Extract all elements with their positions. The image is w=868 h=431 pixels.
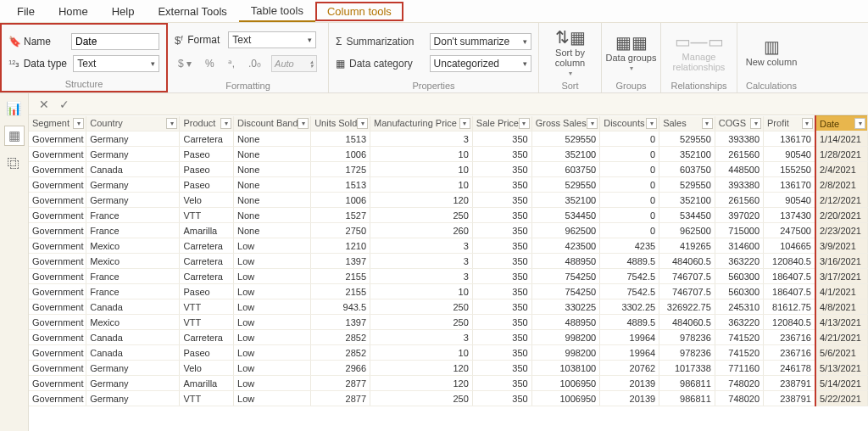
cell[interactable]: 1/28/2021 <box>815 147 868 162</box>
cell[interactable]: 136170 <box>764 132 815 147</box>
cell[interactable]: VTT <box>180 391 234 406</box>
cell[interactable]: 1397 <box>311 254 370 269</box>
cell[interactable]: 350 <box>472 269 531 284</box>
cell[interactable]: 352100 <box>659 193 715 208</box>
cell[interactable]: 352100 <box>531 193 600 208</box>
cell[interactable]: Government <box>29 208 86 223</box>
cell[interactable]: Government <box>29 345 86 361</box>
cell[interactable]: Government <box>29 284 86 299</box>
cell[interactable]: Velo <box>180 361 234 376</box>
menu-home[interactable]: Home <box>47 2 100 21</box>
table-row[interactable]: GovernmentGermanyCarreteraNone1513335052… <box>29 132 868 147</box>
cell[interactable]: Carretera <box>180 238 234 254</box>
cell[interactable]: Paseo <box>180 177 234 193</box>
column-header[interactable]: Profit▾ <box>764 116 815 132</box>
percent-button[interactable]: % <box>202 58 218 70</box>
table-row[interactable]: GovernmentGermanyPaseoNone15131035052955… <box>29 177 868 193</box>
cell[interactable]: 5/6/2021 <box>815 345 868 361</box>
cell[interactable]: 363220 <box>715 254 763 269</box>
cell[interactable]: 350 <box>472 299 531 315</box>
cell[interactable]: 5/14/2021 <box>815 376 868 391</box>
menu-file[interactable]: File <box>5 2 47 21</box>
cell[interactable]: 261560 <box>715 193 763 208</box>
cell[interactable]: 748020 <box>715 376 763 391</box>
category-dropdown[interactable]: Uncategorized ▾ <box>430 55 531 72</box>
table-row[interactable]: GovernmentFranceVTTNone15272503505344500… <box>29 208 868 223</box>
cell[interactable]: 1210 <box>311 238 370 254</box>
cell[interactable]: 350 <box>472 177 531 193</box>
column-header[interactable]: Sales▾ <box>659 116 715 132</box>
cell[interactable]: 246178 <box>764 361 815 376</box>
cell[interactable]: Government <box>29 330 86 345</box>
cell[interactable]: 352100 <box>659 147 715 162</box>
cell[interactable]: 352100 <box>531 147 600 162</box>
menu-help[interactable]: Help <box>100 2 147 21</box>
manage-relationships-button[interactable]: ▭—▭ Manage relationships <box>672 33 726 72</box>
cell[interactable]: 488950 <box>531 315 600 330</box>
cell[interactable]: 7542.5 <box>600 284 659 299</box>
cell[interactable]: 2/20/2021 <box>815 208 868 223</box>
cell[interactable]: 155250 <box>764 162 815 177</box>
cell[interactable]: Government <box>29 299 86 315</box>
cell[interactable]: 350 <box>472 223 531 238</box>
column-filter-icon[interactable]: ▾ <box>750 118 761 129</box>
cell[interactable]: 104665 <box>764 238 815 254</box>
cell[interactable]: 81612.75 <box>764 299 815 315</box>
cell[interactable]: 746707.5 <box>659 284 715 299</box>
cell[interactable]: Government <box>29 162 86 177</box>
cell[interactable]: 3/16/2021 <box>815 254 868 269</box>
cell[interactable]: 529550 <box>531 177 600 193</box>
cell[interactable]: 4/21/2021 <box>815 330 868 345</box>
column-filter-icon[interactable]: ▾ <box>357 118 368 129</box>
column-filter-icon[interactable]: ▾ <box>854 118 865 129</box>
cell[interactable]: 534450 <box>531 208 600 223</box>
column-filter-icon[interactable]: ▾ <box>802 118 813 129</box>
cell[interactable]: Government <box>29 361 86 376</box>
cell[interactable]: 488950 <box>531 254 600 269</box>
cell[interactable]: Low <box>234 315 311 330</box>
cell[interactable]: Low <box>234 238 311 254</box>
cell[interactable]: 3 <box>370 330 473 345</box>
column-filter-icon[interactable]: ▾ <box>646 118 657 129</box>
table-row[interactable]: GovernmentGermanyAmarillaLow287712035010… <box>29 376 868 391</box>
cell[interactable]: Low <box>234 361 311 376</box>
cell[interactable]: 943.5 <box>311 299 370 315</box>
cell[interactable]: 137430 <box>764 208 815 223</box>
cell[interactable]: 350 <box>472 345 531 361</box>
cell[interactable]: 3 <box>370 238 473 254</box>
cell[interactable]: 4889.5 <box>600 315 659 330</box>
cell[interactable]: 1513 <box>311 177 370 193</box>
cell[interactable]: 186407.5 <box>764 284 815 299</box>
table-row[interactable]: GovernmentGermanyPaseoNone10061035035210… <box>29 147 868 162</box>
cell[interactable]: 5/22/2021 <box>815 391 868 406</box>
cell[interactable]: Germany <box>86 193 180 208</box>
cell[interactable]: 1527 <box>311 208 370 223</box>
column-name-input[interactable] <box>71 33 159 50</box>
cell[interactable]: 250 <box>370 391 473 406</box>
cell[interactable]: 484060.5 <box>659 315 715 330</box>
cell[interactable]: Paseo <box>180 284 234 299</box>
cell[interactable]: 0 <box>600 177 659 193</box>
cell[interactable]: Carretera <box>180 254 234 269</box>
cell[interactable]: 186407.5 <box>764 269 815 284</box>
cell[interactable]: 19964 <box>600 330 659 345</box>
column-header[interactable]: Manufacturing Price▾ <box>370 116 473 132</box>
cell[interactable]: Government <box>29 315 86 330</box>
cell[interactable]: 448500 <box>715 162 763 177</box>
cell[interactable]: 136170 <box>764 177 815 193</box>
cell[interactable]: Canada <box>86 345 180 361</box>
cell[interactable]: 560300 <box>715 284 763 299</box>
cell[interactable]: 238791 <box>764 391 815 406</box>
column-filter-icon[interactable]: ▾ <box>166 118 177 129</box>
format-dropdown[interactable]: Text ▾ <box>228 31 316 48</box>
cell[interactable]: 19964 <box>600 345 659 361</box>
data-groups-button[interactable]: ▦▦ Data groups ▾ <box>604 34 659 72</box>
cell[interactable]: 2750 <box>311 223 370 238</box>
menu-table-tools[interactable]: Table tools <box>239 1 315 22</box>
cell[interactable]: 2966 <box>311 361 370 376</box>
cell[interactable]: 5/13/2021 <box>815 361 868 376</box>
cell[interactable]: 350 <box>472 391 531 406</box>
cell[interactable]: 0 <box>600 147 659 162</box>
cell[interactable]: 1006 <box>311 193 370 208</box>
cell[interactable]: 3 <box>370 254 473 269</box>
